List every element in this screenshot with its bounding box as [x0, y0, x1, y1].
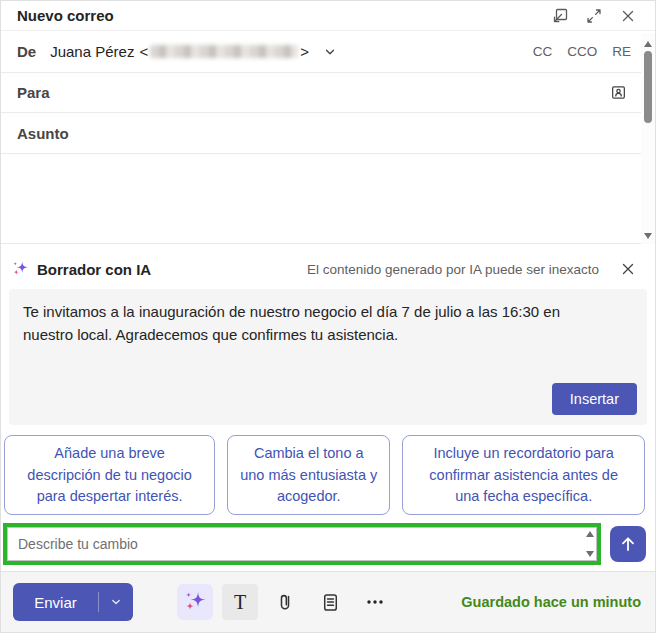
compose-area: De Juana Pérez < > CC CCO RE Para [1, 31, 655, 244]
ai-draft-text: Te invitamos a la inauguración de nuestr… [23, 303, 560, 343]
ellipsis-icon [364, 591, 386, 613]
from-value[interactable]: Juana Pérez < > [50, 43, 309, 60]
suggestion-card-description[interactable]: Añade una breve descripción de tu negoci… [4, 435, 215, 515]
format-text-button[interactable]: T [222, 584, 258, 620]
send-button[interactable]: Enviar [13, 583, 98, 621]
suggestion-card-reminder[interactable]: Incluye un recordatorio para confirmar a… [402, 435, 645, 515]
attach-file-button[interactable] [267, 584, 303, 620]
close-window-button[interactable] [615, 4, 641, 28]
chevron-down-icon [323, 45, 337, 59]
ai-draft-box: Te invitamos a la inauguración de nuestr… [9, 289, 647, 425]
contact-card-icon [610, 84, 627, 101]
window-title: Nuevo correo [17, 7, 114, 24]
suggestions-row: Añade una breve descripción de tu negoci… [4, 435, 645, 515]
message-body[interactable] [1, 154, 641, 244]
from-bracket-open: < [139, 43, 148, 60]
to-row[interactable]: Para [1, 73, 641, 113]
expand-icon [585, 7, 603, 25]
send-options-button[interactable] [99, 583, 133, 621]
copilot-draft-panel: Borrador con IA El contenido generado po… [1, 244, 655, 571]
close-icon [620, 261, 636, 277]
paperclip-icon [274, 591, 296, 613]
cco-button[interactable]: CCO [567, 44, 597, 59]
copilot-sparkle-icon [11, 260, 29, 278]
input-scroll-down-icon[interactable] [586, 551, 594, 557]
from-label: De [17, 43, 36, 60]
from-dropdown[interactable] [323, 45, 337, 59]
close-copilot-button[interactable] [617, 258, 639, 280]
copilot-panel-title: Borrador con IA [37, 261, 151, 278]
arrow-up-icon [618, 534, 638, 554]
from-name: Juana Pérez [50, 43, 134, 60]
new-email-window: Nuevo correo De Juana Pérez < [0, 0, 656, 633]
to-label: Para [17, 84, 50, 101]
subject-row[interactable]: Asunto [1, 113, 641, 154]
change-row [3, 523, 646, 565]
scrollbar-thumb[interactable] [644, 51, 652, 123]
document-icon [320, 592, 341, 613]
chevron-down-icon [109, 595, 123, 609]
more-options-button[interactable] [357, 584, 393, 620]
notes-button[interactable] [312, 584, 348, 620]
cc-button[interactable]: CC [533, 44, 553, 59]
address-book-button[interactable] [605, 80, 631, 106]
from-row: De Juana Pérez < > CC CCO RE [1, 31, 641, 73]
insert-button[interactable]: Insertar [552, 383, 637, 415]
annotation-highlight [3, 523, 601, 565]
close-icon [619, 7, 637, 25]
text-format-icon: T [234, 592, 246, 612]
copilot-toggle-button[interactable] [177, 584, 213, 620]
copilot-sparkle-icon [183, 590, 207, 614]
compose-scrollbar[interactable] [641, 33, 655, 244]
subject-label: Asunto [17, 125, 69, 142]
compose-toolbar: Enviar [1, 571, 655, 632]
suggestion-card-tone[interactable]: Cambia el tono a uno más entusiasta y ac… [227, 435, 390, 515]
from-bracket-close: > [300, 43, 309, 60]
popout-icon [551, 7, 569, 25]
ai-disclaimer: El contenido generado por IA puede ser i… [307, 262, 599, 277]
cc-links: CC CCO RE [533, 44, 631, 59]
input-scroll-up-icon[interactable] [586, 531, 594, 537]
toolbar-icons: T [177, 584, 393, 620]
expand-button[interactable] [581, 4, 607, 28]
saved-status: Guardado hace un minuto [461, 594, 641, 610]
copilot-header: Borrador con IA El contenido generado po… [1, 244, 655, 289]
scroll-down-icon[interactable] [644, 233, 652, 239]
send-split-button: Enviar [13, 583, 133, 621]
scroll-up-icon[interactable] [644, 41, 652, 47]
titlebar: Nuevo correo [1, 1, 655, 31]
re-button[interactable]: RE [612, 44, 631, 59]
describe-change-input[interactable] [7, 527, 597, 561]
popout-button[interactable] [547, 4, 573, 28]
submit-change-button[interactable] [610, 526, 646, 562]
redacted-email [150, 45, 298, 58]
